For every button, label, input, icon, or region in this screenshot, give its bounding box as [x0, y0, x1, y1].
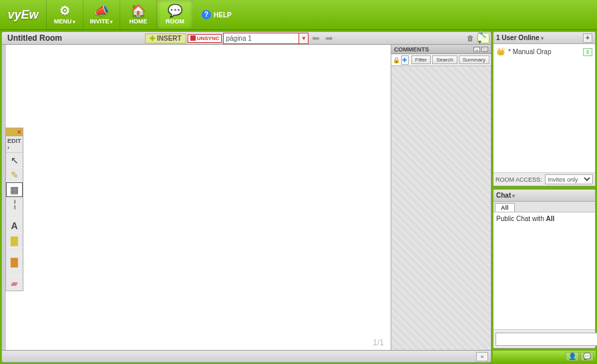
room-access-row: ROOM ACCESS: Invites only	[493, 172, 595, 186]
tool-sticky[interactable]: ▇	[6, 233, 23, 248]
tool-line[interactable]: ╎	[6, 197, 23, 212]
add-comment-button[interactable]: ✚	[401, 55, 409, 65]
comments-header: COMMENTS – □	[391, 45, 491, 54]
text-icon: A	[11, 220, 17, 231]
bottom-strip: »	[1, 351, 491, 363]
user-badge: 1	[583, 48, 592, 56]
users-header[interactable]: 1 User Online +	[493, 32, 595, 44]
insert-label: INSERT	[157, 35, 182, 42]
main-split: 1/1 ✕ EDIT › ↖ ✎ ▦ ╎ A ▇ ▇ ▰	[1, 45, 491, 351]
chat-body-text: Public Chat with	[496, 215, 546, 222]
comment-icon: ▇	[11, 256, 18, 267]
expand-button[interactable]: »	[476, 352, 488, 361]
comments-summary-button[interactable]: Summary	[459, 55, 489, 64]
edit-toolstrip: ✕ EDIT › ↖ ✎ ▦ ╎ A ▇ ▇ ▰	[5, 128, 23, 291]
left-column: Untitled Room ✚ INSERT UNSYNC página 1 ▼…	[0, 30, 493, 364]
megaphone-icon: 📣	[94, 5, 109, 17]
chat-icon: 💬	[168, 5, 182, 17]
tool-eraser[interactable]: ▰	[6, 276, 23, 291]
room-title: Untitled Room	[3, 33, 144, 43]
canvas-area: 1/1 ✕ EDIT › ↖ ✎ ▦ ╎ A ▇ ▇ ▰	[6, 45, 391, 350]
home-icon: 🏠	[131, 5, 146, 17]
comments-filter-button[interactable]: Filter	[411, 55, 431, 64]
right-footer: 👤 💬	[493, 351, 596, 363]
page-select[interactable]: página 1 ▼	[223, 33, 309, 44]
comments-search-button[interactable]: Search	[432, 55, 457, 64]
page-select-label: página 1	[226, 35, 251, 42]
chat-body: Public Chat with All	[493, 212, 595, 329]
nav-invite-label: INVITE	[90, 18, 114, 25]
user-name: * Manual Orap	[508, 48, 551, 55]
logo: vyEw	[0, 0, 47, 29]
chat-header[interactable]: Chat	[493, 190, 595, 202]
nav-home-label: HOME	[130, 18, 148, 25]
chat-input[interactable]	[495, 333, 597, 346]
app-body: Untitled Room ✚ INSERT UNSYNC página 1 ▼…	[0, 30, 597, 364]
help-icon: ?	[202, 10, 211, 19]
line-icon: ╎	[12, 199, 17, 210]
footer-user-button[interactable]: 👤	[566, 352, 579, 361]
page-prev-button[interactable]: ⬅	[310, 33, 322, 43]
page-next-button[interactable]: ➡	[323, 33, 335, 43]
room-access-label: ROOM ACCESS:	[495, 176, 542, 183]
chat-tabs: All	[493, 202, 595, 212]
user-list: 👑 * Manual Orap 1	[493, 44, 595, 172]
toolstrip-close[interactable]: ✕	[6, 128, 23, 136]
right-column: 1 User Online + 👑 * Manual Orap 1 ROOM A…	[493, 30, 597, 364]
chat-input-row: ↲	[493, 329, 595, 348]
footer-chat-button[interactable]: 💬	[580, 352, 594, 361]
tool-comment[interactable]: ▇	[6, 254, 23, 269]
tool-pointer[interactable]: ↖	[6, 153, 23, 168]
plus-icon: ✚	[150, 35, 155, 42]
top-nav: vyEw ⚙ MENU 📣 INVITE 🏠 HOME 💬 ROOM ? HEL…	[0, 0, 597, 30]
crown-icon: 👑	[496, 47, 506, 56]
nav-invite[interactable]: 📣 INVITE	[83, 0, 120, 29]
users-header-label: 1 User Online	[496, 34, 544, 41]
sync-dot-icon	[190, 35, 196, 41]
comments-max-button[interactable]: □	[481, 47, 488, 52]
whiteboard-canvas[interactable]: 1/1	[6, 45, 391, 350]
pointer-icon: ↖	[11, 155, 19, 166]
tool-pencil[interactable]: ✎	[6, 168, 23, 182]
room-toolbar: Untitled Room ✚ INSERT UNSYNC página 1 ▼…	[1, 31, 491, 45]
page-counter: 1/1	[373, 338, 384, 347]
chevron-down-icon: ▼	[298, 33, 308, 43]
users-panel: 1 User Online + 👑 * Manual Orap 1 ROOM A…	[493, 31, 596, 186]
nav-menu-label: MENU	[54, 18, 75, 25]
insert-button[interactable]: ✚ INSERT	[145, 33, 186, 43]
shape-icon: ▦	[10, 184, 19, 195]
page-settings-button[interactable]: 🔧▾	[477, 33, 489, 43]
tool-text[interactable]: A	[6, 218, 23, 233]
room-access-select[interactable]: Invites only	[545, 174, 593, 184]
trash-button[interactable]: 🗑	[464, 33, 476, 43]
help-label: HELP	[214, 11, 232, 19]
nav-room-label: ROOM	[166, 18, 184, 25]
add-user-button[interactable]: +	[583, 33, 592, 43]
nav-room[interactable]: 💬 ROOM	[157, 0, 194, 29]
chat-panel: Chat All Public Chat with All ↲	[493, 189, 596, 349]
tool-shape[interactable]: ▦	[6, 182, 23, 197]
lock-icon[interactable]: 🔒	[393, 55, 400, 65]
comments-min-button[interactable]: –	[473, 47, 480, 52]
user-row[interactable]: 👑 * Manual Orap 1	[495, 46, 593, 57]
comments-panel: COMMENTS – □ 🔒 ✚ Filter Search Summary	[391, 45, 491, 350]
nav-home[interactable]: 🏠 HOME	[120, 0, 157, 29]
toolstrip-header: EDIT ›	[6, 136, 23, 153]
chat-header-label: Chat	[496, 192, 515, 199]
eraser-icon: ▰	[11, 278, 18, 289]
pencil-icon: ✎	[11, 170, 19, 180]
chat-body-target: All	[546, 215, 554, 222]
sticky-icon: ▇	[11, 235, 18, 246]
comments-title: COMMENTS	[394, 46, 429, 53]
unsync-badge[interactable]: UNSYNC	[188, 34, 222, 43]
gear-icon: ⚙	[59, 5, 70, 17]
nav-menu[interactable]: ⚙ MENU	[47, 0, 83, 29]
chat-tab-all[interactable]: All	[495, 203, 515, 212]
comments-toolbar: 🔒 ✚ Filter Search Summary	[391, 54, 491, 66]
unsync-label: UNSYNC	[197, 35, 220, 41]
help-link[interactable]: ? HELP	[202, 0, 232, 29]
